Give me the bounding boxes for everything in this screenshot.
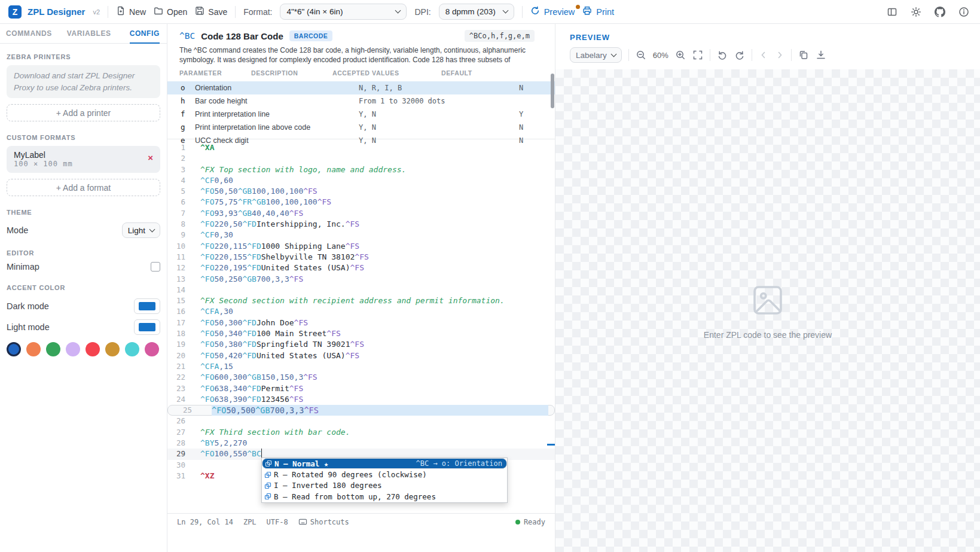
code-line[interactable]: 19^FO50,380^FDSpringfield TN 39021^FS	[167, 339, 555, 350]
suggestion-item[interactable]: R — Rotated 90 degrees (clockwise)	[262, 469, 507, 480]
accent-color-swatch[interactable]	[105, 342, 120, 356]
doc-table-row: gPrint interpretation line above codeY, …	[167, 121, 555, 134]
code-line[interactable]: 6^FO75,75^FR^GB100,100,100^FS	[167, 197, 555, 208]
doc-table-body: oOrientationN, R, I, BNhBar code heightF…	[167, 81, 555, 147]
suggestion-hint: ^BC → o: Orientation	[416, 459, 503, 468]
line-number: 29	[167, 449, 185, 459]
save-button[interactable]: Save	[195, 6, 227, 17]
code-line[interactable]: 18^FO50,340^FD100 Main Street^FS	[167, 328, 555, 339]
panel-toggle-icon[interactable]	[887, 7, 897, 17]
code-line[interactable]: 25^FO50,500^GB700,3,3^FS	[167, 405, 555, 416]
copy-icon[interactable]	[798, 50, 809, 60]
top-toolbar: Z ZPL Designer v2 New Open Save Format: …	[0, 0, 980, 24]
add-format-button[interactable]: + Add a format	[7, 179, 160, 196]
col-description: DESCRIPTION	[251, 69, 298, 77]
accent-color-swatch[interactable]	[7, 342, 21, 356]
render-engine-select[interactable]: Labelary	[570, 47, 622, 63]
line-number: 10	[167, 241, 185, 252]
preview-canvas[interactable]: Enter ZPL code to see the preview	[555, 69, 980, 552]
code-line[interactable]: 8^FO220,50^FDIntershipping, Inc.^FS	[167, 219, 555, 230]
minimap-checkbox[interactable]	[151, 262, 160, 272]
download-icon[interactable]	[816, 50, 826, 60]
info-icon[interactable]	[958, 7, 969, 17]
code-line[interactable]: 12^FO220,195^FDUnited States (USA)^FS	[167, 263, 555, 273]
code-text: ^FO220,115^FD1000 Shipping Lane^FS	[200, 241, 555, 252]
format-name: MyLabel	[14, 150, 153, 160]
code-line[interactable]: 13^FO50,250^GB700,3,3^FS	[167, 274, 555, 285]
code-line[interactable]: 10^FO220,115^FD1000 Shipping Lane^FS	[167, 241, 555, 252]
github-icon[interactable]	[935, 7, 945, 17]
previous-label-icon[interactable]	[759, 50, 768, 60]
redo-icon[interactable]	[734, 50, 745, 60]
zoom-out-icon[interactable]	[636, 50, 646, 60]
code-text	[200, 285, 555, 295]
delete-format-icon[interactable]: ×	[148, 153, 153, 162]
undo-icon[interactable]	[717, 50, 728, 60]
sidebar-tabs: COMMANDSVARIABLESCONFIG	[0, 24, 167, 44]
code-line[interactable]: 5^FO50,50^GB100,100,100^FS	[167, 186, 555, 197]
tab-config[interactable]: CONFIG	[130, 24, 160, 44]
light-mode-sun-icon[interactable]	[911, 7, 921, 17]
next-label-icon[interactable]	[775, 50, 784, 60]
add-printer-button[interactable]: + Add a printer	[7, 104, 160, 121]
code-line[interactable]: 4^CF0,60	[167, 175, 555, 186]
format-select[interactable]: 4"*6" (4in × 6in)	[280, 4, 407, 20]
code-line[interactable]: 28^BY5,2,270	[167, 438, 555, 449]
code-line[interactable]: 23^FO638,340^FDPermit^FS	[167, 383, 555, 394]
zpl-code-editor[interactable]: 1^XA23^FX Top section with logo, name an…	[167, 139, 555, 513]
print-button[interactable]: Print	[582, 6, 614, 17]
code-line[interactable]: 27^FX Third section with bar code.	[167, 427, 555, 438]
code-line[interactable]: 22^FO600,300^GB150,150,3^FS	[167, 372, 555, 383]
code-line[interactable]: 24^FO638,390^FD123456^FS	[167, 394, 555, 405]
editor-heading: EDITOR	[7, 249, 160, 257]
accent-color-swatch[interactable]	[46, 342, 60, 356]
custom-format-card[interactable]: MyLabel 100 × 100 mm ×	[7, 146, 160, 173]
dpi-select[interactable]: 8 dpmm (203)	[439, 4, 514, 20]
new-button[interactable]: New	[116, 6, 146, 17]
code-line[interactable]: 20^FO50,420^FDUnited States (USA)^FS	[167, 350, 555, 361]
code-line[interactable]: 9^CF0,30	[167, 230, 555, 240]
fit-screen-icon[interactable]	[692, 50, 703, 60]
code-text: ^FX Third section with bar code.	[200, 427, 555, 438]
suggestion-item[interactable]: B — Read from bottom up, 270 degrees	[262, 491, 507, 502]
code-line[interactable]: 1^XA	[167, 142, 555, 153]
shortcuts-button[interactable]: Shortcuts	[298, 518, 349, 526]
param-description: Print interpretation line above code	[195, 121, 310, 134]
tab-commands[interactable]: COMMANDS	[6, 24, 52, 44]
code-line[interactable]: 11^FO220,155^FDShelbyville TN 38102^FS	[167, 252, 555, 263]
light-accent-color	[139, 323, 155, 331]
refresh-icon	[530, 6, 540, 17]
param-default: Y	[519, 108, 523, 121]
light-mode-accent-swatch[interactable]	[134, 319, 160, 335]
line-number: 15	[167, 295, 185, 306]
theme-mode-select[interactable]: Light	[122, 222, 160, 238]
code-line[interactable]: 16^CFA,30	[167, 306, 555, 317]
code-line[interactable]: 14	[167, 285, 555, 295]
text-cursor	[261, 449, 262, 458]
suggestion-item[interactable]: I — Inverted 180 degrees	[262, 480, 507, 491]
accent-color-swatch[interactable]	[26, 342, 41, 356]
zoom-in-icon[interactable]	[675, 50, 686, 60]
code-line[interactable]: 2	[167, 153, 555, 164]
accent-color-swatch[interactable]	[86, 342, 100, 356]
preview-label: Preview	[544, 7, 575, 17]
code-line[interactable]: 3^FX Top section with logo, name and add…	[167, 164, 555, 175]
suggestion-item[interactable]: N — Normal ★^BC → o: Orientation	[262, 458, 507, 469]
code-line[interactable]: 17^FO50,300^FDJohn Doe^FS	[167, 318, 555, 328]
code-line[interactable]: 26	[167, 416, 555, 426]
preview-button[interactable]: Preview	[530, 6, 575, 17]
code-line[interactable]: 7^FO93,93^GB40,40,40^FS	[167, 208, 555, 219]
update-badge-dot	[576, 5, 580, 9]
code-line[interactable]: 21^CFA,15	[167, 361, 555, 372]
doc-table-row: hBar code heightFrom 1 to 32000 dots	[167, 94, 555, 108]
tab-variables[interactable]: VARIABLES	[67, 24, 111, 44]
dark-mode-accent-swatch[interactable]	[134, 298, 160, 314]
accent-color-swatch[interactable]	[145, 342, 159, 356]
editor-column: ^BC Code 128 Bar Code BARCODE ^BCo,h,f,g…	[167, 24, 555, 552]
save-label: Save	[208, 7, 227, 17]
code-line[interactable]: 15^FX Second section with recipient addr…	[167, 295, 555, 306]
doc-scrollbar-thumb[interactable]	[551, 74, 554, 108]
accent-color-swatch[interactable]	[125, 342, 139, 356]
accent-color-swatch[interactable]	[66, 342, 80, 356]
open-button[interactable]: Open	[154, 6, 187, 17]
